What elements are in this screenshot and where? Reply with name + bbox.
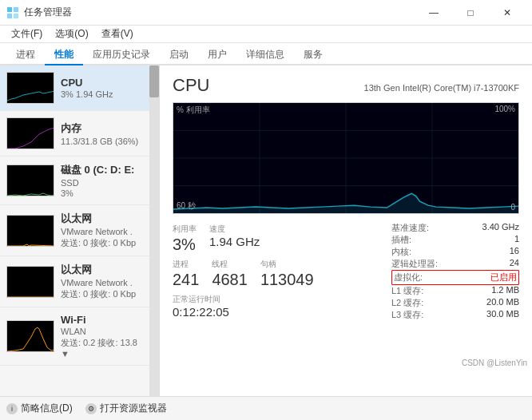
ethernet1-sidebar-detail1: VMware Network . [61,227,143,236]
svg-rect-6 [7,165,54,196]
tab-performance[interactable]: 性能 [45,45,83,65]
logical-row: 逻辑处理器: 24 [391,258,519,270]
ethernet2-sidebar-info: 以太网 VMware Network . 发送: 0 接收: 0 Kbp [61,263,143,300]
tab-startup[interactable]: 启动 [160,45,198,65]
sidebar-item-ethernet2[interactable]: 以太网 VMware Network . 发送: 0 接收: 0 Kbp [0,256,149,307]
sidebar: CPU 3% 1.94 GHz 内存 11.3/31.8 GB (36%) [0,65,149,396]
tab-processes[interactable]: 进程 [6,45,45,65]
title-left: 任务管理器 [6,6,72,19]
menu-view[interactable]: 查看(V) [97,26,138,42]
memory-sidebar-detail: 11.3/31.8 GB (36%) [61,137,143,146]
ethernet2-sidebar-name: 以太网 [61,263,143,277]
cpu-chart: % 利用率 100% 60 秒 0 [173,102,519,214]
stat-val-handle: 113049 [260,270,314,289]
ethernet2-sidebar-detail1: VMware Network . [61,278,143,287]
svg-rect-4 [7,73,54,104]
wifi-sidebar-detail2: 发送: 0.2 接收: 13.8 ▼ [61,337,143,359]
svg-rect-5 [7,118,54,149]
wifi-sidebar-detail1: WLAN [61,327,143,336]
memory-sidebar-info: 内存 11.3/31.8 GB (36%) [61,121,143,146]
open-monitor-button[interactable]: ⚙ 打开资源监视器 [85,402,167,415]
l3-value: 30.0 MB [486,309,519,321]
stat-val-speed: 1.94 GHz [209,235,260,249]
window-title: 任务管理器 [24,6,72,19]
stat-label-util: 利用率 [173,224,197,235]
l1-row: L1 缓存: 1.2 MB [391,285,519,297]
menu-file[interactable]: 文件(F) [6,26,47,42]
simple-info-button[interactable]: i 简略信息(D) [6,402,73,415]
disk-sidebar-detail1: SSD [61,178,143,188]
cpu-thumb [6,72,54,104]
open-monitor-label: 打开资源监视器 [100,402,167,415]
simple-info-label: 简略信息(D) [21,402,73,415]
cpu-sidebar-info: CPU 3% 1.94 GHz [61,77,143,99]
chart-label-utilization: % 利用率 [177,105,210,116]
content-header: CPU 13th Gen Intel(R) Core(TM) i7-13700K… [173,75,519,96]
memory-sidebar-name: 内存 [61,121,143,136]
wifi-sidebar-name: Wi-Fi [61,314,143,326]
tab-app-history[interactable]: 应用历史记录 [83,45,160,65]
stat-val-thread: 4681 [212,270,248,289]
speed-stat: 速度 1.94 GHz [209,224,260,254]
tab-users[interactable]: 用户 [198,45,236,65]
svg-rect-7 [7,216,54,247]
l1-label: L1 缓存: [391,285,423,297]
stats-area: 利用率 速度 3% 1.94 GHz [173,222,519,321]
menu-options[interactable]: 选项(O) [50,26,93,42]
watermark: CSDN @ListenYin [462,359,527,367]
disk-thumb [6,164,54,196]
wifi-thumb [6,320,54,352]
sidebar-wrapper: CPU 3% 1.94 GHz 内存 11.3/31.8 GB (36%) [0,65,160,396]
window-controls: — □ ✕ [415,0,526,26]
slots-label: 插槽: [391,234,411,246]
sidebar-scrollbar-thumb[interactable] [149,65,159,97]
l2-row: L2 缓存: 20.0 MB [391,297,519,309]
l3-row: L3 缓存: 30.0 MB [391,309,519,321]
virtualization-value: 已启用 [490,271,517,283]
sidebar-item-cpu[interactable]: CPU 3% 1.94 GHz [0,65,149,111]
slots-value: 1 [514,234,519,246]
stat-label-process: 进程 [173,259,199,270]
ethernet1-sidebar-info: 以太网 VMware Network . 发送: 0 接收: 0 Kbp [61,212,143,249]
tab-details[interactable]: 详细信息 [236,45,294,65]
content-panel: CPU 13th Gen Intel(R) Core(TM) i7-13700K… [160,65,532,396]
memory-thumb [6,117,54,149]
utilization-stat: 利用率 3% [173,224,197,254]
cpu-sidebar-name: CPU [61,77,143,89]
uptime-stat: 正常运行时间 0:12:22:05 [173,294,385,319]
chart-svg [173,103,518,213]
sidebar-scrollbar[interactable] [149,65,159,396]
stat-label-speed: 速度 [209,224,260,235]
stat-val-uptime: 0:12:22:05 [173,305,385,319]
close-button[interactable]: ✕ [489,0,526,26]
ethernet1-thumb [6,215,54,247]
bottom-bar: i 简略信息(D) ⚙ 打开资源监视器 [0,396,532,420]
slots-row: 插槽: 1 [391,234,519,246]
chart-label-zero: 0 [510,203,515,212]
monitor-icon: ⚙ [85,403,97,414]
svg-rect-1 [14,7,18,12]
virtualization-label: 虚拟化: [394,271,423,283]
app-icon [6,6,19,19]
tab-services[interactable]: 服务 [294,45,332,65]
content-title: CPU [173,75,209,96]
ethernet2-thumb [6,266,54,298]
svg-rect-0 [7,7,12,12]
chart-label-seconds: 60 秒 [177,200,196,212]
cores-value: 16 [510,246,519,258]
minimize-button[interactable]: — [415,0,452,26]
ethernet1-sidebar-name: 以太网 [61,212,143,226]
sidebar-item-disk[interactable]: 磁盘 0 (C: D: E: SSD 3% [0,157,149,205]
sidebar-item-memory[interactable]: 内存 11.3/31.8 GB (36%) [0,111,149,157]
l3-label: L3 缓存: [391,309,423,321]
l2-value: 20.0 MB [486,297,519,309]
sidebar-item-ethernet1[interactable]: 以太网 VMware Network . 发送: 0 接收: 0 Kbp [0,205,149,256]
sidebar-item-wifi[interactable]: Wi-Fi WLAN 发送: 0.2 接收: 13.8 ▼ [0,307,149,366]
maximize-button[interactable]: □ [452,0,489,26]
logical-value: 24 [510,258,519,270]
svg-rect-3 [14,14,18,18]
disk-sidebar-info: 磁盘 0 (C: D: E: SSD 3% [61,163,143,198]
svg-rect-2 [7,14,12,18]
cores-label: 内核: [391,246,411,258]
svg-rect-8 [7,267,54,298]
